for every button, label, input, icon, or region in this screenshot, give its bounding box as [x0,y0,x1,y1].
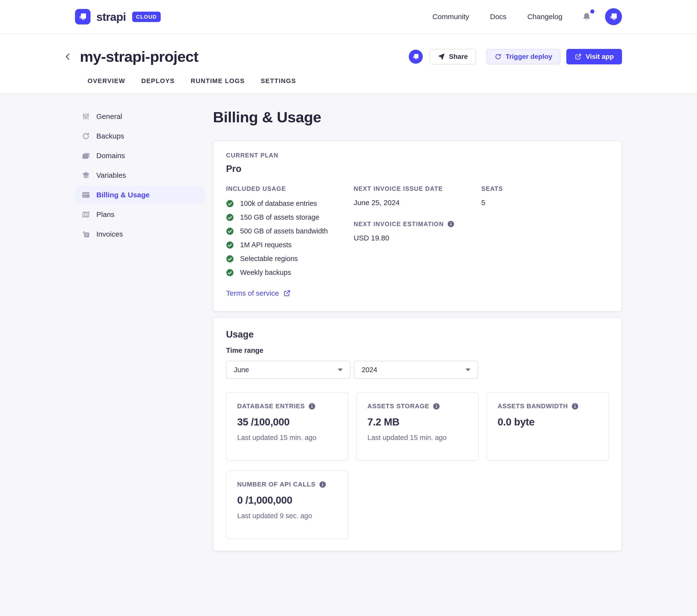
share-button[interactable]: Share [430,49,476,64]
nav-link-changelog[interactable]: Changelog [527,13,562,21]
send-icon [438,53,445,60]
chevron-down-icon [338,368,343,371]
trigger-deploy-button[interactable]: Trigger deploy [486,49,561,64]
notifications-button[interactable] [582,12,592,21]
check-circle-icon [226,214,234,221]
included-usage-label: INCLUDED USAGE [226,185,354,192]
visit-app-button[interactable]: Visit app [566,49,622,64]
info-icon[interactable] [308,403,315,410]
check-circle-icon [226,269,234,277]
list-item: 1M API requests [226,241,354,249]
usage-stats-grid: DATABASE ENTRIES 35 /100,000 Last update… [226,392,609,539]
usage-title: Usage [226,329,609,340]
project-avatar [409,50,423,64]
terms-of-service-link[interactable]: Terms of service [226,289,291,297]
receipt-icon [82,230,90,238]
stat-value: 7.2 MB [367,416,468,428]
stat-updated: Last updated 15 min. ago [237,434,337,442]
stat-card-database-entries: DATABASE ENTRIES 35 /100,000 Last update… [226,392,348,461]
invoice-estimation-value: USD 19.80 [354,234,481,242]
sidebar-item-variables[interactable]: Variables [75,166,205,184]
included-usage-list: 100k of database entries 150 GB of asset… [226,200,354,277]
project-tabs: OVERVIEW DEPLOYS RUNTIME LOGS SETTINGS [75,65,622,93]
page: strapi CLOUD Community Docs Changelog [0,0,697,616]
credit-card-icon [82,191,90,199]
cloud-badge: CLOUD [132,12,161,22]
list-item: 150 GB of assets storage [226,213,354,221]
sidebar-item-backups[interactable]: Backups [75,127,205,145]
usage-card: Usage Time range June 2024 [213,317,622,551]
settings-sidebar: General Backups Domains Variables Billin… [75,107,205,566]
chevron-down-icon [466,368,471,371]
notification-dot [590,10,594,14]
bell-icon [582,12,592,21]
tab-runtime-logs[interactable]: RUNTIME LOGS [191,77,245,85]
year-select[interactable]: 2024 [354,361,478,379]
stat-updated: Last updated 15 min. ago [367,434,468,442]
current-plan-label: CURRENT PLAN [226,152,609,159]
top-navbar: strapi CLOUD Community Docs Changelog [0,0,697,34]
seats-label: SEATS [481,185,609,192]
stat-value: 0.0 byte [498,416,598,428]
user-avatar[interactable] [605,8,622,25]
stat-card-assets-storage: ASSETS STORAGE 7.2 MB Last updated 15 mi… [356,392,479,461]
strapi-avatar-icon [411,52,420,61]
external-link-icon [283,289,291,297]
nav-link-docs[interactable]: Docs [490,13,506,21]
check-circle-icon [226,228,234,235]
month-select[interactable]: June [226,361,351,379]
sidebar-item-invoices[interactable]: Invoices [75,225,205,243]
time-range-label: Time range [226,347,609,354]
included-usage-column: INCLUDED USAGE 100k of database entries … [226,185,354,297]
tab-settings[interactable]: SETTINGS [261,77,296,85]
seats-column: SEATS 5 [481,185,609,207]
stat-card-api-calls: NUMBER OF API CALLS 0 /1,000,000 Last up… [226,470,348,539]
tab-deploys[interactable]: DEPLOYS [141,77,175,85]
info-icon[interactable] [572,403,579,410]
stat-card-assets-bandwidth: ASSETS BANDWIDTH 0.0 byte [487,392,609,461]
plan-name: Pro [226,164,609,174]
stat-value: 35 /100,000 [237,416,337,428]
time-range-selects: June 2024 [226,361,609,379]
stacked-cards-icon [82,151,90,160]
nav-link-community[interactable]: Community [432,13,469,21]
map-icon [82,210,90,219]
seats-value: 5 [481,199,609,207]
layers-icon [82,171,90,179]
header-actions: Share Trigger deploy Visit app [409,49,622,64]
info-icon[interactable] [433,403,440,410]
tab-overview[interactable]: OVERVIEW [88,77,125,85]
check-circle-icon [226,241,234,249]
refresh-icon [494,53,502,60]
main-column: Billing & Usage CURRENT PLAN Pro INCLUDE… [213,107,622,566]
list-item: Selectable regions [226,255,354,263]
brand-name: strapi [96,10,126,24]
sidebar-item-domains[interactable]: Domains [75,147,205,165]
back-button[interactable] [62,51,73,62]
info-icon[interactable] [447,220,455,228]
strapi-logo-icon [75,9,90,25]
chevron-left-icon [62,51,73,62]
sidebar-item-plans[interactable]: Plans [75,206,205,223]
brand[interactable]: strapi CLOUD [75,9,161,25]
invoice-date-label: NEXT INVOICE ISSUE DATE [354,185,481,192]
sidebar-item-general[interactable]: General [75,107,205,126]
sliders-icon [82,112,90,121]
stat-updated: Last updated 9 sec. ago [237,512,337,520]
project-title: my-strapi-project [80,48,198,65]
project-header: my-strapi-project Share Trigger deploy [0,34,697,94]
navbar-links: Community Docs Changelog [412,8,622,25]
invoice-column: NEXT INVOICE ISSUE DATE June 25, 2024 NE… [354,185,481,242]
stat-value: 0 /1,000,000 [237,495,337,506]
info-icon[interactable] [319,481,326,488]
list-item: Weekly backups [226,268,354,277]
sidebar-item-billing-usage[interactable]: Billing & Usage [75,186,205,204]
invoice-estimation-label: NEXT INVOICE ESTIMATION [354,221,444,228]
content: General Backups Domains Variables Billin… [0,94,697,566]
external-link-icon [575,53,582,60]
refresh-icon [82,132,90,140]
list-item: 100k of database entries [226,200,354,207]
list-item: 500 GB of assets bandwidth [226,227,354,235]
current-plan-card: CURRENT PLAN Pro INCLUDED USAGE 100k of … [213,141,622,311]
invoice-date-value: June 25, 2024 [354,199,481,207]
